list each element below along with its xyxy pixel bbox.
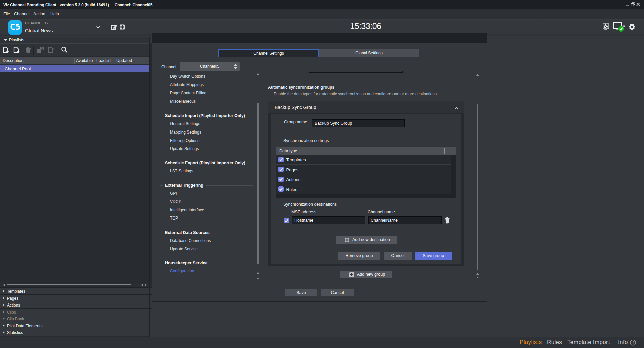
svg-text:i: i	[633, 340, 634, 345]
